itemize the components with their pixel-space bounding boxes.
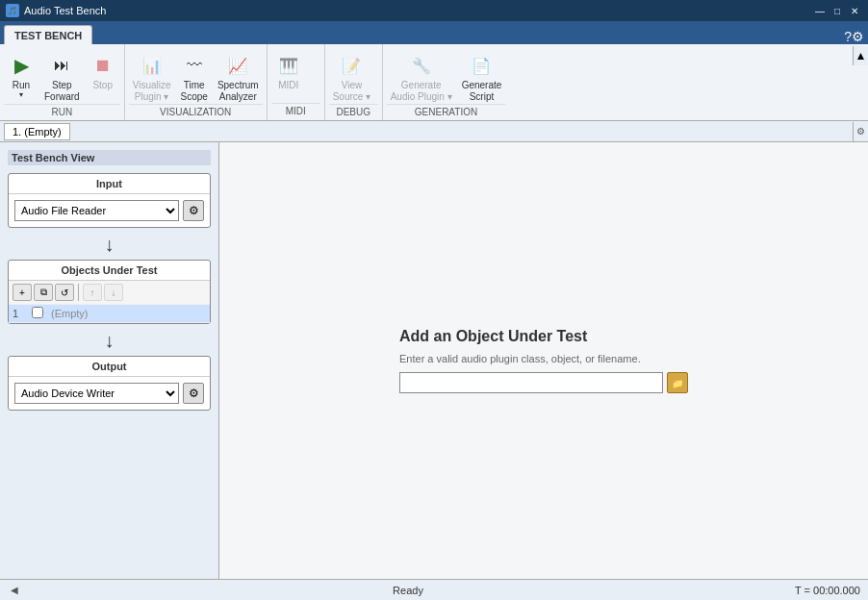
objects-toolbar: + ⧉ ↺ ↑ ↓ (9, 281, 210, 305)
ribbon-group-generation-label: GENERATION (387, 104, 506, 119)
ribbon-scroll-right[interactable]: ▲ (853, 46, 868, 65)
objects-toolbar-separator (78, 284, 79, 301)
stop-button[interactable]: ⏹ Stop (86, 50, 120, 92)
tab-test-bench[interactable]: TEST BENCH (4, 25, 92, 44)
add-object-panel: Add an Object Under Test Enter a valid a… (399, 328, 688, 393)
ribbon-group-generation: 🔧 Generate Audio Plugin ▾ 📄 Generate Scr… (383, 44, 510, 120)
content-tab-bar: 1. (Empty) ⚙ (0, 121, 868, 142)
ribbon-group-midi: 🎹 MIDI MIDI (268, 44, 325, 120)
status-bar: ◀ Ready T = 00:00.000 (0, 579, 868, 600)
ribbon-group-visualization-label: VISUALIZATION (129, 104, 263, 119)
content-tab-empty[interactable]: 1. (Empty) (4, 123, 70, 140)
row-num: 1 (9, 305, 28, 323)
arrow-down-1: ↓ (95, 234, 124, 256)
ribbon-group-midi-label: MIDI (271, 103, 320, 118)
add-object-title: Add an Object Under Test (399, 328, 587, 345)
sidebar-title: Test Bench View (8, 150, 211, 165)
add-object-input[interactable] (399, 372, 663, 393)
main-panel: Add an Object Under Test Enter a valid a… (219, 142, 868, 579)
objects-add-button[interactable]: + (13, 284, 32, 301)
app-title: Audio Test Bench (24, 5, 106, 16)
step-forward-button[interactable]: ⏭ Step Forward (40, 50, 84, 104)
arrow-down-2: ↓ (95, 330, 124, 352)
objects-copy-button[interactable]: ⧉ (34, 284, 53, 301)
main-area: 1. (Empty) ⚙ Test Bench View Input Audio… (0, 121, 868, 579)
output-dropdown[interactable]: Audio Device Writer Audio File Writer (14, 383, 179, 404)
objects-header: Objects Under Test (9, 261, 210, 281)
ribbon-group-run: ▶ Run ▾ ⏭ Step Forward ⏹ Stop RUN (0, 44, 125, 120)
close-button[interactable]: ✕ (847, 4, 862, 17)
objects-refresh-button[interactable]: ↺ (55, 284, 74, 301)
spectrum-analyzer-button[interactable]: 📈 Spectrum Analyzer (214, 50, 263, 104)
tab-bar: TEST BENCH ? ⚙ (0, 21, 868, 44)
output-header: Output (9, 357, 210, 377)
content-area: Test Bench View Input Audio File Reader … (0, 142, 868, 579)
add-object-desc: Enter a valid audio plugin class, object… (399, 353, 641, 364)
row-check (28, 305, 47, 323)
objects-up-button[interactable]: ↑ (83, 284, 102, 301)
objects-under-test-section: Objects Under Test + ⧉ ↺ ↑ ↓ 1 (Empty) (8, 260, 211, 324)
view-source-button[interactable]: 📝 View Source ▾ (329, 50, 374, 104)
title-bar: 🎵 Audio Test Bench — □ ✕ (0, 0, 868, 21)
window-controls: — □ ✕ (812, 4, 862, 17)
generate-script-button[interactable]: 📄 Generate Script (458, 50, 506, 104)
content-tab-settings-icon[interactable]: ⚙ (853, 122, 868, 141)
ribbon-group-debug-label: DEBUG (329, 104, 378, 119)
visualize-plugin-button[interactable]: 📊 Visualize Plugin ▾ (129, 50, 175, 104)
input-dropdown[interactable]: Audio File Reader Audio Device Reader Si… (14, 200, 179, 221)
generate-audio-plugin-button[interactable]: 🔧 Generate Audio Plugin ▾ (387, 50, 456, 104)
input-gear-button[interactable]: ⚙ (183, 200, 204, 221)
help-button[interactable]: ? (844, 29, 852, 44)
ribbon-group-visualization: 📊 Visualize Plugin ▾ 〰 Time Scope 📈 Spec… (125, 44, 268, 120)
output-section: Output Audio Device Writer Audio File Wr… (8, 356, 211, 411)
time-display: T = 00:00.000 (795, 585, 860, 596)
minimize-button[interactable]: — (812, 4, 828, 17)
add-object-input-row: 📁 (399, 372, 688, 393)
sidebar: Test Bench View Input Audio File Reader … (0, 142, 219, 579)
output-gear-button[interactable]: ⚙ (183, 383, 204, 404)
objects-table: 1 (Empty) (9, 305, 210, 323)
ribbon: ▶ Run ▾ ⏭ Step Forward ⏹ Stop RUN 📊 Visu… (0, 44, 868, 121)
ribbon-group-run-label: RUN (4, 104, 120, 119)
objects-down-button[interactable]: ↓ (104, 284, 123, 301)
settings-button[interactable]: ⚙ (852, 29, 864, 44)
run-button[interactable]: ▶ Run ▾ (4, 50, 38, 101)
midi-button[interactable]: 🎹 MIDI (271, 50, 306, 92)
input-header: Input (9, 174, 210, 194)
browse-icon: 📁 (672, 378, 683, 388)
maximize-button[interactable]: □ (830, 4, 845, 17)
time-scope-button[interactable]: 〰 Time Scope (177, 50, 212, 104)
table-row[interactable]: 1 (Empty) (9, 305, 210, 323)
ribbon-group-debug: 📝 View Source ▾ DEBUG (325, 44, 383, 120)
status-scroll-left[interactable]: ◀ (8, 580, 21, 601)
status-text: Ready (393, 585, 423, 596)
run-label: Run (13, 80, 30, 90)
browse-button[interactable]: 📁 (667, 372, 688, 393)
app-icon: 🎵 (6, 4, 19, 17)
row-name: (Empty) (47, 305, 210, 323)
input-section: Input Audio File Reader Audio Device Rea… (8, 173, 211, 228)
